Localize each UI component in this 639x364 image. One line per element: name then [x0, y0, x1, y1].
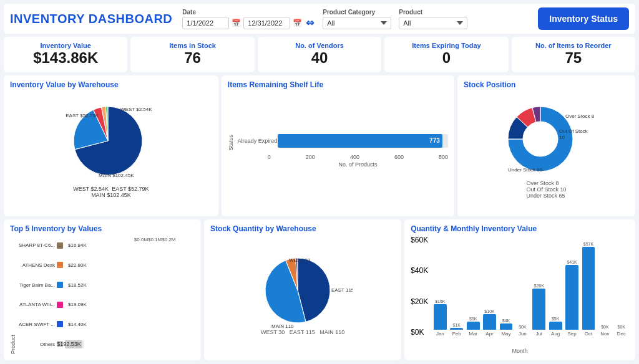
- svg-text:EAST $52.79K: EAST $52.79K: [66, 113, 99, 118]
- top5-y-label: Product: [10, 236, 16, 354]
- svg-text:Over Stock 8: Over Stock 8: [565, 113, 595, 119]
- stock-warehouse-labels: WEST 30 EAST 115 MAIN 110: [261, 329, 344, 335]
- top5-bar-row-1: ATHENS Desk$22.80K: [16, 261, 87, 269]
- svg-text:MAIN $102.45K: MAIN $102.45K: [99, 173, 134, 178]
- dashboard: INVENTORY DASHBOARD Date 📅 📅 ⇔ Product C…: [0, 0, 639, 364]
- header-controls: Date 📅 📅 ⇔ Product Category All Product: [182, 7, 629, 30]
- top5-bar-row-5: Others$192.53K: [16, 340, 87, 348]
- inventory-status-button[interactable]: Inventory Status: [538, 7, 629, 30]
- calendar-icon-to: 📅: [293, 19, 302, 27]
- stock-warehouse-chart: WEST 30EAST 115MAIN 110 WEST 30 EAST 115…: [210, 236, 395, 354]
- stock-position-card: Stock Position Over Stock 8Out Of Stock1…: [457, 75, 635, 216]
- kpi-card-4: No. of Items to Reorder 75: [512, 37, 635, 72]
- top5-color-box-0: [57, 242, 63, 249]
- shelf-life-card: Items Remaining Shelf Life Status Alread…: [222, 75, 454, 216]
- top5-value-4: $14.40K: [68, 322, 87, 327]
- kpi-value-4: 75: [565, 49, 582, 67]
- monthly-card: Quantity & Monthly Inventory Value $60K …: [404, 219, 635, 360]
- monthly-bar-val-7: $5K: [552, 317, 559, 321]
- monthly-bar-2: [467, 322, 480, 330]
- monthly-month-label-2: Mar: [469, 331, 477, 337]
- top5-value-3: $19.09K: [68, 302, 87, 307]
- top5-color-box-2: [57, 282, 63, 288]
- category-select[interactable]: All: [323, 17, 391, 29]
- header: INVENTORY DASHBOARD Date 📅 📅 ⇔ Product C…: [4, 4, 635, 34]
- monthly-bar-group-8: $41KSep: [564, 242, 579, 337]
- overstock-label: Over Stock 8: [527, 180, 567, 186]
- monthly-bar-7: [549, 322, 562, 330]
- stock-warehouse-title: Stock Quantity by Warehouse: [210, 224, 395, 233]
- monthly-bar-group-9: $57KOct: [581, 242, 596, 337]
- monthly-bar-3: [483, 314, 496, 330]
- west-label: WEST $2.54K EAST $52.79K MAIN $102.45K: [73, 186, 149, 198]
- product-select[interactable]: All: [399, 17, 467, 29]
- monthly-month-label-7: Aug: [551, 331, 560, 337]
- understock-label: Under Stock 65: [527, 193, 567, 199]
- stock-warehouse-svg: WEST 30EAST 115MAIN 110: [253, 254, 353, 329]
- monthly-bar-val-10: $0K: [601, 325, 608, 329]
- top5-bar-bg-5: $192.53K: [65, 340, 84, 348]
- top5-bar-row-4: ACER SWIFT ...$14.40K: [16, 320, 87, 328]
- y-tick-20k: $20K: [411, 297, 428, 306]
- top5-item-label-5: Others: [16, 342, 55, 347]
- svg-text:WEST 30: WEST 30: [289, 257, 311, 263]
- x-tick-600: 600: [394, 154, 404, 160]
- monthly-bar-val-4: $4K: [502, 318, 510, 323]
- svg-text:Under Stock 65: Under Stock 65: [508, 167, 543, 173]
- top5-x-tick: $0.1M: [148, 237, 162, 354]
- shelf-life-x-axis: 0 200 400 600 800: [228, 154, 448, 160]
- kpi-card-1: Items in Stock 76: [130, 37, 254, 72]
- monthly-bar-4: [500, 323, 513, 330]
- monthly-bar-1: [450, 328, 463, 330]
- inventory-value-warehouse-title: Inventory Value by Warehouse: [10, 80, 212, 89]
- top5-color-box-4: [57, 321, 63, 327]
- kpi-label-2: No. of Vendors: [295, 42, 344, 49]
- already-expired-label: Already Expired: [238, 138, 275, 144]
- y-tick-0k: $0K: [411, 328, 428, 337]
- top5-item-label-3: ATLANTA Whi...: [16, 302, 55, 307]
- monthly-bar-group-11: $0KDec: [614, 242, 629, 337]
- svg-text:WEST $2.54K: WEST $2.54K: [120, 107, 152, 112]
- stock-position-title: Stock Position: [464, 80, 629, 89]
- top5-bars-container: SHARP 8T-C6...$16.84KATHENS Desk$22.80KT…: [16, 236, 87, 354]
- date-label: Date: [182, 9, 315, 16]
- monthly-month-label-0: Jan: [436, 331, 444, 337]
- already-expired-bar-bg: 773: [278, 134, 448, 148]
- monthly-bar-8: [565, 265, 578, 330]
- date-to-input[interactable]: [243, 17, 290, 29]
- monthly-bar-6: [532, 289, 545, 330]
- monthly-bars: $60K $40K $20K $0K $16KJan$1KFeb$5KMar$1…: [411, 236, 629, 347]
- top5-color-box-1: [57, 262, 63, 268]
- date-separator-icon: ⇔: [306, 17, 314, 29]
- shelf-life-title: Items Remaining Shelf Life: [228, 80, 448, 89]
- monthly-month-label-9: Oct: [585, 331, 592, 337]
- shelf-life-inner: Status Already Expired 773: [228, 134, 448, 151]
- x-tick-0: 0: [268, 154, 271, 160]
- top5-title: Top 5 Inventory by Values: [10, 224, 195, 233]
- top5-item-label-2: Tiger Balm Ba...: [16, 282, 55, 288]
- inventory-value-warehouse-chart: WEST $2.54KEAST $52.79KMAIN $102.45K WES…: [10, 92, 212, 210]
- kpi-value-3: 0: [442, 49, 451, 67]
- stock-warehouse-card: Stock Quantity by Warehouse WEST 30EAST …: [204, 219, 401, 360]
- date-from-input[interactable]: [182, 17, 229, 29]
- kpi-value-2: 40: [311, 49, 328, 67]
- stock-position-svg: Over Stock 8Out Of Stock10Under Stock 65: [497, 103, 597, 178]
- monthly-month-label-3: Apr: [485, 331, 493, 337]
- svg-text:MAIN 110: MAIN 110: [271, 323, 294, 329]
- x-tick-800: 800: [439, 154, 448, 160]
- monthly-bar-group-10: $0KNov: [597, 242, 612, 337]
- top5-x-tick: $0.0M: [134, 237, 148, 354]
- dashboard-title: INVENTORY DASHBOARD: [10, 12, 172, 26]
- chart-row-1: Inventory Value by Warehouse WEST $2.54K…: [4, 75, 635, 216]
- top5-item-label-4: ACER SWIFT ...: [16, 322, 55, 327]
- calendar-icon-from: 📅: [232, 19, 241, 27]
- monthly-bar-0: [434, 304, 447, 330]
- already-expired-value: 773: [429, 137, 440, 144]
- monthly-title: Quantity & Monthly Inventory Value: [411, 224, 629, 233]
- monthly-bar-val-3: $10K: [484, 309, 494, 314]
- top5-value-1: $22.80K: [68, 262, 87, 268]
- top5-inner: Product SHARP 8T-C6...$16.84KATHENS Desk…: [10, 236, 195, 354]
- inventory-value-warehouse-card: Inventory Value by Warehouse WEST $2.54K…: [4, 75, 218, 216]
- shelf-life-chart: Status Already Expired 773 0: [228, 92, 448, 210]
- svg-text:Out Of Stock: Out Of Stock: [559, 128, 588, 134]
